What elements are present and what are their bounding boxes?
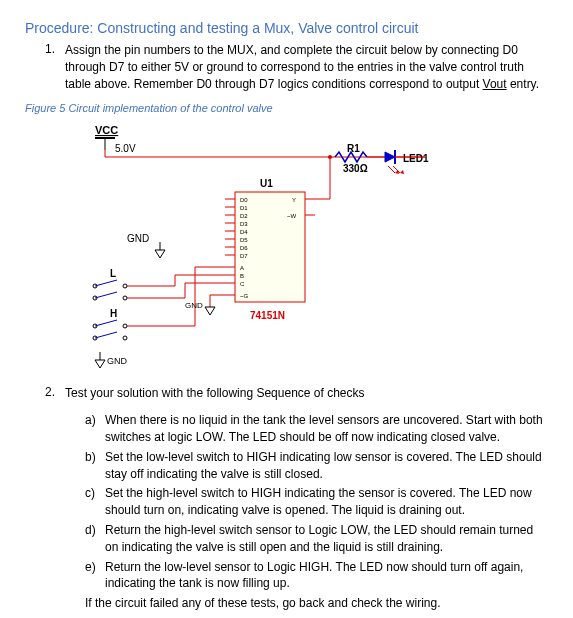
svg-point-14: [123, 324, 127, 328]
check-a-letter: a): [85, 412, 105, 446]
svg-line-11: [95, 292, 117, 298]
U1-label: U1: [260, 178, 273, 189]
d5-pin: D5: [240, 237, 248, 243]
b-pin: B: [240, 273, 244, 279]
svg-point-15: [123, 336, 127, 340]
svg-marker-5: [155, 250, 165, 258]
step-1-number: 1.: [45, 42, 65, 92]
circuit-diagram: VCC 5.0V GND L H GND U1 74151N D0 D1 D2 …: [55, 122, 548, 375]
step-2-number: 2.: [45, 385, 65, 402]
r1-label: R1: [347, 143, 360, 154]
svg-line-17: [95, 332, 117, 338]
svg-marker-43: [400, 170, 404, 174]
d0-pin: D0: [240, 197, 248, 203]
svg-point-9: [123, 296, 127, 300]
step-2-text: Test your solution with the following Se…: [65, 385, 365, 402]
svg-line-10: [95, 280, 117, 286]
y-pin: Y: [292, 197, 296, 203]
check-b: b) Set the low-level switch to HIGH indi…: [85, 449, 548, 483]
d2-pin: D2: [240, 213, 248, 219]
check-c-text: Set the high-level switch to HIGH indica…: [105, 485, 548, 519]
svg-point-36: [328, 155, 332, 159]
d1-pin: D1: [240, 205, 248, 211]
vout-label: Vout: [483, 77, 507, 91]
check-d: d) Return the high-level switch sensor t…: [85, 522, 548, 556]
svg-line-16: [95, 320, 117, 326]
check-a: a) When there is no liquid in the tank t…: [85, 412, 548, 446]
check-e: e) Return the low-level sensor to Logic …: [85, 559, 548, 593]
check-b-text: Set the low-level switch to HIGH indicat…: [105, 449, 548, 483]
svg-marker-19: [95, 360, 105, 368]
d7-pin: D7: [240, 253, 248, 259]
w-pin: ~W: [287, 213, 297, 219]
check-c: c) Set the high-level switch to HIGH ind…: [85, 485, 548, 519]
check-a-text: When there is no liquid in the tank the …: [105, 412, 548, 446]
a-pin: A: [240, 265, 244, 271]
gnd3-label: GND: [107, 356, 128, 366]
step-1-text: Assign the pin numbers to the MUX, and c…: [65, 42, 548, 92]
gnd2-label: GND: [185, 301, 203, 310]
step-1-text-b: entry.: [507, 77, 539, 91]
check-e-text: Return the low-level sensor to Logic HIG…: [105, 559, 548, 593]
closing-line: If the circuit failed any of these tests…: [85, 596, 548, 610]
d4-pin: D4: [240, 229, 248, 235]
H-label: H: [110, 308, 117, 319]
vcc-label: VCC: [95, 124, 118, 136]
led1-label: LED1: [403, 153, 429, 164]
step-1-text-a: Assign the pin numbers to the MUX, and c…: [65, 43, 524, 91]
d3-pin: D3: [240, 221, 248, 227]
volt-label: 5.0V: [115, 143, 136, 154]
check-c-letter: c): [85, 485, 105, 519]
check-b-letter: b): [85, 449, 105, 483]
g-pin: ~G: [240, 293, 249, 299]
check-list: a) When there is no liquid in the tank t…: [85, 412, 548, 592]
procedure-step-2: 2. Test your solution with the following…: [45, 385, 548, 402]
procedure-step-1: 1. Assign the pin numbers to the MUX, an…: [45, 42, 548, 92]
svg-marker-35: [205, 307, 215, 315]
check-e-letter: e): [85, 559, 105, 593]
check-d-text: Return the high-level switch sensor to L…: [105, 522, 548, 556]
figure-caption: Figure 5 Circuit implementation of the c…: [25, 102, 548, 114]
page-title: Procedure: Constructing and testing a Mu…: [25, 20, 548, 36]
svg-point-8: [123, 284, 127, 288]
part-label: 74151N: [250, 310, 285, 321]
L-label: L: [110, 268, 116, 279]
c-pin: C: [240, 281, 245, 287]
check-d-letter: d): [85, 522, 105, 556]
d6-pin: D6: [240, 245, 248, 251]
rval-label: 330Ω: [343, 163, 368, 174]
svg-marker-38: [385, 152, 395, 162]
gnd1-label: GND: [127, 233, 149, 244]
